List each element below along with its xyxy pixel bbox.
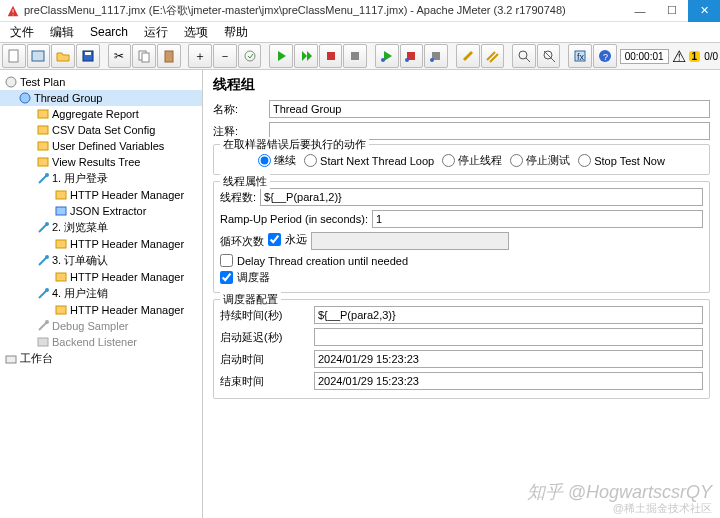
svg-point-34 [45, 288, 49, 292]
app-icon [6, 4, 20, 18]
save-button[interactable] [76, 44, 100, 68]
window-minimize-button[interactable]: — [624, 0, 656, 22]
tree-backend-listener[interactable]: Backend Listener [0, 334, 202, 350]
svg-text:fx: fx [577, 52, 585, 62]
duration-input[interactable] [314, 306, 703, 324]
remote-start-button[interactable] [375, 44, 399, 68]
svg-rect-23 [38, 110, 48, 118]
svg-point-21 [6, 77, 16, 87]
svg-rect-24 [38, 126, 48, 134]
function-helper-button[interactable]: fx [568, 44, 592, 68]
menu-edit[interactable]: 编辑 [44, 22, 80, 43]
shutdown-button[interactable] [343, 44, 367, 68]
thread-props-legend: 线程属性 [220, 174, 270, 189]
menu-options[interactable]: 选项 [178, 22, 214, 43]
copy-button[interactable] [132, 44, 156, 68]
loop-input[interactable] [311, 232, 509, 250]
tree-debug-sampler[interactable]: Debug Sampler [0, 318, 202, 334]
start-button[interactable] [269, 44, 293, 68]
menu-help[interactable]: 帮助 [218, 22, 254, 43]
svg-point-22 [20, 93, 30, 103]
svg-rect-3 [85, 52, 91, 55]
window-close-button[interactable]: ✕ [688, 0, 720, 22]
svg-rect-33 [56, 273, 66, 281]
svg-point-36 [45, 320, 49, 324]
ramp-label: Ramp-Up Period (in seconds): [220, 213, 368, 225]
tree-sampler-4[interactable]: 4. 用户注销 [0, 285, 202, 302]
name-input[interactable] [269, 100, 710, 118]
window-maximize-button[interactable]: ☐ [656, 0, 688, 22]
toolbar: ✂ ＋ － fx ? 00:00:01 ⚠ 1 0/0 [0, 42, 720, 70]
new-button[interactable] [2, 44, 26, 68]
paste-button[interactable] [157, 44, 181, 68]
scheduler-checkbox[interactable]: 调度器 [220, 270, 703, 285]
clear-button[interactable] [456, 44, 480, 68]
svg-rect-35 [56, 306, 66, 314]
menu-file[interactable]: 文件 [4, 22, 40, 43]
svg-text:?: ? [603, 52, 608, 62]
open-button[interactable] [51, 44, 75, 68]
tree-http-header-2[interactable]: HTTP Header Manager [0, 236, 202, 252]
remote-stop-button[interactable] [400, 44, 424, 68]
start-no-pause-button[interactable] [294, 44, 318, 68]
duration-label: 持续时间(秒) [220, 308, 310, 323]
cut-button[interactable]: ✂ [108, 44, 132, 68]
window-title: preClassMenu_1117.jmx (E:\谷歌\jmeter-mast… [24, 3, 624, 18]
tree-http-header-3[interactable]: HTTP Header Manager [0, 269, 202, 285]
svg-rect-26 [38, 158, 48, 166]
radio-stop-thread[interactable]: 停止线程 [442, 153, 502, 168]
tree-thread-group[interactable]: Thread Group [0, 90, 202, 106]
name-label: 名称: [213, 102, 269, 117]
toggle-button[interactable] [238, 44, 262, 68]
remote-shutdown-button[interactable] [424, 44, 448, 68]
threads-input[interactable] [260, 188, 703, 206]
start-time-input[interactable] [314, 350, 703, 368]
elapsed-time: 00:00:01 [620, 49, 669, 64]
tree-sampler-3[interactable]: 3. 订单确认 [0, 252, 202, 269]
search-button[interactable] [512, 44, 536, 68]
collapse-button[interactable]: － [213, 44, 237, 68]
stop-button[interactable] [319, 44, 343, 68]
active-threads: 0/0 [704, 51, 718, 62]
tree-test-plan[interactable]: Test Plan [0, 74, 202, 90]
help-button[interactable]: ? [593, 44, 617, 68]
menu-search[interactable]: Search [84, 23, 134, 41]
expand-button[interactable]: ＋ [188, 44, 212, 68]
svg-rect-5 [142, 53, 149, 62]
tree-sampler-1[interactable]: 1. 用户登录 [0, 170, 202, 187]
tree-view-results-tree[interactable]: View Results Tree [0, 154, 202, 170]
menu-run[interactable]: 运行 [138, 22, 174, 43]
tree-json-extractor[interactable]: JSON Extractor [0, 203, 202, 219]
scheduler-legend: 调度器配置 [220, 292, 281, 307]
radio-start-next[interactable]: Start Next Thread Loop [304, 153, 434, 168]
tree-workbench[interactable]: 工作台 [0, 350, 202, 367]
templates-button[interactable] [27, 44, 51, 68]
reset-search-button[interactable] [537, 44, 561, 68]
svg-rect-1 [32, 51, 44, 61]
delay-thread-checkbox[interactable]: Delay Thread creation until needed [220, 254, 703, 267]
end-time-input[interactable] [314, 372, 703, 390]
svg-rect-29 [56, 207, 66, 215]
forever-checkbox[interactable]: 永远 [268, 232, 307, 247]
tree-sampler-2[interactable]: 2. 浏览菜单 [0, 219, 202, 236]
tree-csv-data-set[interactable]: CSV Data Set Config [0, 122, 202, 138]
svg-rect-28 [56, 191, 66, 199]
svg-rect-37 [38, 338, 48, 346]
tree-aggregate-report[interactable]: Aggregate Report [0, 106, 202, 122]
radio-stop-now[interactable]: Stop Test Now [578, 153, 665, 168]
radio-continue[interactable]: 继续 [258, 153, 296, 168]
tree-user-defined-vars[interactable]: User Defined Variables [0, 138, 202, 154]
clear-all-button[interactable] [481, 44, 505, 68]
tree-http-header-1[interactable]: HTTP Header Manager [0, 187, 202, 203]
sampler-error-group: 在取样器错误后要执行的动作 继续 Start Next Thread Loop … [213, 144, 710, 175]
svg-point-12 [405, 58, 409, 62]
svg-rect-9 [351, 52, 359, 60]
tree-http-header-4[interactable]: HTTP Header Manager [0, 302, 202, 318]
svg-rect-6 [165, 51, 173, 62]
svg-rect-38 [6, 356, 16, 363]
ramp-input[interactable] [372, 210, 703, 228]
test-plan-tree[interactable]: Test Plan Thread Group Aggregate Report … [0, 70, 203, 518]
radio-stop-test[interactable]: 停止测试 [510, 153, 570, 168]
svg-point-10 [381, 58, 385, 62]
startup-delay-input[interactable] [314, 328, 703, 346]
